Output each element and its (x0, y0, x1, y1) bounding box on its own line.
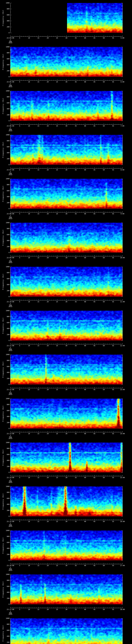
y-tick-label: 800 (4, 228, 10, 230)
date-label-line3: 2015 (5, 394, 16, 395)
spectrogram-panel-231000: Frequency (Hz)0200400600800100023:10:005… (0, 264, 132, 308)
x-tick-label: 5 (14, 521, 25, 522)
y-tick-label: 0 (4, 252, 10, 253)
y-tick-label: 1000 (4, 354, 10, 355)
date-label-line3: 2015 (5, 86, 16, 88)
x-tick-label: 55 (108, 301, 118, 302)
x-tick-label: 45 (89, 389, 100, 390)
x-tick-label: 50 (98, 477, 109, 478)
y-axis-title: Frequency (Hz) (2, 625, 4, 642)
spectrogram-panel-231200: Frequency (Hz)0200400600800100023:12:005… (0, 352, 132, 396)
y-tick-label: 800 (4, 316, 10, 317)
y-tick-label: 200 (4, 510, 10, 511)
y-tick-label: 800 (4, 404, 10, 405)
x-tick-label: 30 (61, 477, 72, 478)
x-tick-label: 55 (108, 213, 118, 214)
x-tick-label: 5 (14, 565, 25, 566)
x-tick-label: 35 (70, 301, 81, 302)
y-tick-label: 200 (4, 290, 10, 292)
x-tick-label: 35 (70, 433, 81, 434)
y-tick-label: 1000 (4, 46, 10, 48)
x-tick-label: 30 (61, 257, 72, 258)
x-tick-label: 25 (52, 477, 62, 478)
x-tick-label: 20 (42, 345, 53, 346)
y-tick-label: 400 (4, 328, 10, 329)
x-tick-label: 10 (24, 565, 34, 566)
x-tick-label: 10 (24, 301, 34, 302)
x-tick-label: 10 (24, 169, 34, 171)
date-label-line3: 2015 (5, 130, 16, 132)
x-tick-label: 35 (70, 125, 81, 127)
x-tick-label: 25 (52, 169, 62, 171)
x-end-time-label: 9:00 (117, 213, 128, 214)
x-tick-label: 25 (52, 389, 62, 390)
x-end-time-label: 10:00 (117, 257, 128, 258)
y-tick-label: 600 (4, 542, 10, 543)
y-tick-label: 400 (4, 152, 10, 154)
x-tick-label: 50 (98, 125, 109, 127)
y-axis-title: Frequency (Hz) (2, 142, 4, 158)
y-tick-label: 400 (4, 240, 10, 241)
x-tick-label: 40 (80, 609, 90, 610)
x-tick-label: 35 (70, 81, 81, 83)
y-axis-title: Frequency (Hz) (2, 54, 4, 70)
y-tick-label: 0 (4, 516, 10, 517)
x-tick-label: 45 (89, 81, 100, 83)
x-tick-label: 50 (98, 213, 109, 214)
spectrogram-panel-230500: Frequency (Hz)0200400600800100023:05:005… (0, 44, 132, 88)
x-tick-label: 55 (108, 257, 118, 258)
x-tick-label: 20 (42, 433, 53, 434)
x-tick-label: 30 (61, 125, 72, 127)
y-tick-label: 200 (4, 334, 10, 336)
y-axis-title: Frequency (Hz) (2, 186, 4, 202)
x-tick-label: 15 (33, 169, 44, 171)
y-tick-label: 800 (4, 272, 10, 274)
x-tick-label: 10 (24, 81, 34, 83)
x-tick-label: 5 (14, 433, 25, 434)
x-tick-label: 25 (52, 345, 62, 346)
y-tick-label: 800 (4, 140, 10, 142)
spectrogram-panel-230600: Frequency (Hz)0200400600800100023:06:005… (0, 88, 132, 132)
y-tick-label: 0 (4, 428, 10, 429)
y-tick-label: 200 (4, 114, 10, 116)
x-tick-label: 50 (98, 81, 109, 83)
y-tick-label: 0 (4, 120, 10, 122)
x-tick-label: 20 (42, 81, 53, 83)
date-label-line3: 2015 (5, 526, 16, 527)
x-tick-label: 5 (14, 389, 25, 390)
x-tick-label: 45 (89, 345, 100, 346)
x-tick-label: 15 (33, 301, 44, 302)
x-tick-label: 15 (33, 125, 44, 127)
x-tick-label: 15 (33, 565, 44, 566)
x-tick-label: 45 (89, 565, 100, 566)
x-tick-label: 55 (108, 609, 118, 610)
x-tick-label: 15 (33, 213, 44, 214)
date-label-line3: 2015 (5, 438, 16, 439)
x-tick-label: 40 (80, 521, 90, 522)
x-tick-label: 40 (80, 37, 90, 39)
y-tick-label: 400 (4, 20, 10, 22)
x-tick-label: 50 (98, 37, 109, 39)
x-tick-label: 40 (80, 389, 90, 390)
y-tick-label: 600 (4, 278, 10, 280)
x-tick-label: 35 (70, 609, 81, 610)
y-tick-label: 200 (4, 202, 10, 204)
x-tick-label: 35 (70, 345, 81, 346)
y-axis-title: Frequency (Hz) (2, 230, 4, 246)
x-tick-label: 10 (24, 213, 34, 214)
y-axis-title: Frequency (Hz) (2, 10, 4, 26)
x-tick-label: 10 (24, 609, 34, 610)
x-tick-label: 20 (42, 301, 53, 302)
x-tick-label: 40 (80, 257, 90, 258)
x-tick-label: 25 (52, 37, 62, 39)
y-tick-label: 1000 (4, 574, 10, 575)
x-tick-label: 5 (14, 37, 25, 39)
y-tick-label: 200 (4, 466, 10, 467)
y-tick-label: 1000 (4, 134, 10, 136)
x-tick-label: 45 (89, 125, 100, 127)
x-tick-label: 35 (70, 257, 81, 258)
x-end-time-label: 8:00 (117, 169, 128, 171)
x-end-time-label: 5:00 (117, 37, 128, 39)
x-tick-label: 30 (61, 213, 72, 214)
y-axis-title: Frequency (Hz) (2, 537, 4, 554)
